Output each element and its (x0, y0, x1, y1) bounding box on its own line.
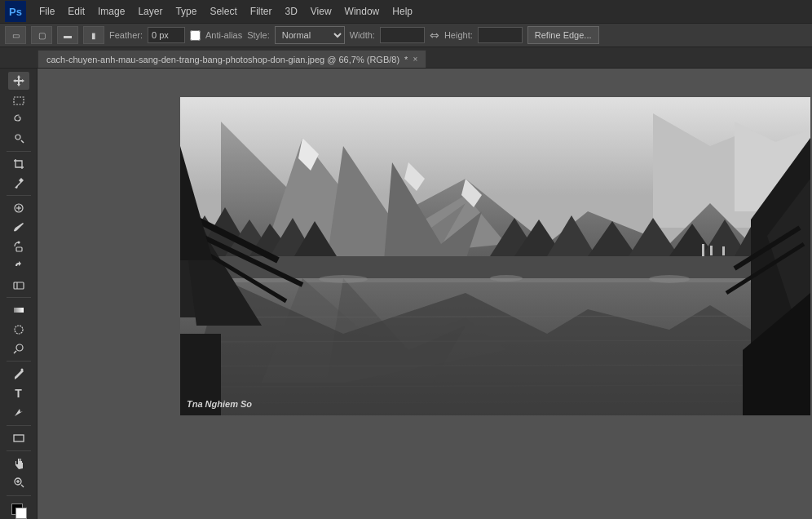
marquee-vert-btn[interactable]: ▮ (83, 26, 104, 44)
main-area: T (0, 69, 812, 519)
marquee-rect-btn[interactable]: ▭ (5, 26, 26, 44)
svg-point-74 (319, 275, 368, 283)
zoom-tool[interactable] (8, 473, 29, 491)
document-tab[interactable]: cach-chuyen-anh-mau-sang-den-trang-bang-… (38, 50, 426, 68)
type-tool[interactable]: T (8, 384, 29, 402)
svg-rect-15 (14, 435, 24, 441)
height-label: Height: (444, 30, 473, 40)
watermark: Tna Nghiem So (187, 399, 252, 409)
style-select[interactable]: Normal Fixed Ratio Fixed Size (275, 26, 345, 44)
hand-tool[interactable] (8, 455, 29, 472)
feather-label: Feather: (109, 30, 143, 40)
menu-bar: Ps File Edit Image Layer Type Select Fil… (0, 0, 812, 23)
svg-rect-8 (14, 282, 24, 289)
eraser-tool[interactable] (8, 276, 29, 294)
tool-separator-5 (7, 425, 31, 426)
tab-bar: cach-chuyen-anh-mau-sang-den-trang-bang-… (0, 47, 812, 69)
tab-filename: cach-chuyen-anh-mau-sang-den-trang-bang-… (46, 55, 399, 64)
marquee-horiz-btn[interactable]: ▬ (57, 26, 78, 44)
svg-line-2 (21, 140, 24, 143)
rect-marquee-tool[interactable] (8, 91, 29, 109)
tab-modified: * (404, 55, 408, 64)
healing-brush-tool[interactable] (8, 199, 29, 217)
feather-input[interactable] (148, 27, 185, 43)
swap-arrow-icon[interactable]: ⇔ (430, 29, 439, 42)
svg-rect-48 (710, 246, 713, 255)
tool-separator-7 (7, 495, 31, 496)
menu-view[interactable]: View (304, 4, 338, 19)
anti-alias-label: Anti-alias (205, 30, 242, 40)
tab-close-icon[interactable]: × (413, 55, 417, 64)
tool-separator-1 (7, 151, 31, 152)
menu-filter[interactable]: Filter (244, 4, 279, 19)
type-icon: T (15, 387, 22, 400)
clone-stamp-tool[interactable] (8, 237, 29, 255)
svg-point-11 (15, 326, 23, 334)
options-bar: ▭ ▢ ▬ ▮ Feather: Anti-alias Style: Norma… (0, 23, 812, 47)
svg-point-75 (490, 275, 523, 282)
rect-shape-tool[interactable] (8, 428, 29, 446)
menu-window[interactable]: Window (338, 4, 386, 19)
svg-point-6 (18, 242, 20, 243)
crop-tool[interactable] (8, 155, 29, 173)
svg-rect-7 (16, 247, 22, 251)
dodge-tool[interactable] (8, 339, 29, 357)
menu-edit[interactable]: Edit (61, 4, 91, 19)
height-input[interactable] (478, 27, 523, 43)
tool-separator-4 (7, 361, 31, 362)
width-label: Width: (350, 30, 375, 40)
ps-logo: Ps (5, 1, 26, 22)
tool-separator-3 (7, 297, 31, 298)
width-input[interactable] (380, 27, 425, 43)
svg-rect-47 (702, 244, 704, 256)
marquee-ellipse-btn[interactable]: ▢ (31, 26, 52, 44)
svg-point-12 (16, 344, 23, 351)
menu-help[interactable]: Help (386, 4, 419, 19)
tool-separator-2 (7, 195, 31, 196)
style-label: Style: (247, 30, 270, 40)
pen-tool[interactable] (8, 365, 29, 383)
bw-image (180, 97, 810, 415)
blur-tool[interactable] (8, 321, 29, 339)
menu-select[interactable]: Select (203, 4, 243, 19)
path-select-tool[interactable] (8, 403, 29, 421)
menu-file[interactable]: File (33, 4, 61, 19)
svg-point-1 (15, 135, 20, 140)
svg-rect-0 (14, 97, 24, 104)
menu-type[interactable]: Type (169, 4, 203, 19)
move-tool[interactable] (8, 72, 29, 90)
background-color-swatch[interactable] (15, 508, 27, 519)
svg-point-76 (649, 275, 690, 283)
refine-edge-button[interactable]: Refine Edge... (527, 26, 599, 44)
lasso-tool[interactable] (8, 110, 29, 128)
menu-image[interactable]: Image (91, 4, 131, 19)
svg-line-13 (14, 351, 16, 353)
svg-rect-49 (722, 246, 725, 255)
document-canvas: Tna Nghiem So (180, 97, 810, 415)
canvas-area: Tna Nghiem So (38, 69, 812, 519)
menu-3d[interactable]: 3D (278, 4, 303, 19)
menu-layer[interactable]: Layer (131, 4, 169, 19)
tool-separator-6 (7, 450, 31, 451)
brush-tool[interactable] (8, 219, 29, 237)
tool-panel: T (0, 69, 38, 519)
eyedropper-tool[interactable] (8, 174, 29, 192)
svg-point-14 (20, 368, 23, 370)
history-brush-tool[interactable] (8, 257, 29, 275)
color-swatches[interactable] (8, 500, 29, 518)
quick-select-tool[interactable] (8, 129, 29, 147)
svg-rect-10 (14, 308, 24, 313)
gradient-tool[interactable] (8, 301, 29, 319)
svg-line-17 (21, 485, 24, 487)
anti-alias-checkbox[interactable] (190, 30, 201, 41)
